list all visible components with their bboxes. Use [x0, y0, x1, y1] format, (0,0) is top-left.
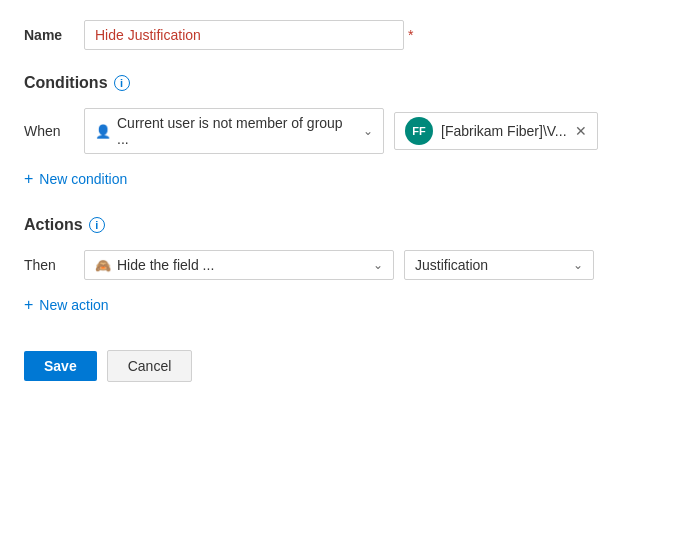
actions-title: Actions	[24, 216, 83, 234]
action-dropdown-text: 🙈 Hide the field ...	[95, 257, 214, 273]
avatar: FF	[405, 117, 433, 145]
action-text: Hide the field ...	[117, 257, 214, 273]
field-chevron-icon: ⌄	[573, 258, 583, 272]
actions-section: Actions i Then 🙈 Hide the field ... ⌄ Ju…	[24, 216, 676, 318]
name-row: Name *	[24, 20, 676, 50]
avatar-initials: FF	[412, 125, 425, 137]
field-dropdown[interactable]: Justification ⌄	[404, 250, 594, 280]
cancel-button[interactable]: Cancel	[107, 350, 193, 382]
condition-dropdown-text: 👤 Current user is not member of group ..…	[95, 115, 357, 147]
action-row: Then 🙈 Hide the field ... ⌄ Justificatio…	[24, 250, 676, 280]
name-label: Name	[24, 27, 84, 43]
group-tag: FF [Fabrikam Fiber]\V... ✕	[394, 112, 598, 150]
save-button[interactable]: Save	[24, 351, 97, 381]
action-dropdown[interactable]: 🙈 Hide the field ... ⌄	[84, 250, 394, 280]
conditions-title: Conditions	[24, 74, 108, 92]
condition-text: Current user is not member of group ...	[117, 115, 357, 147]
field-text: Justification	[415, 257, 488, 273]
then-label: Then	[24, 257, 74, 273]
conditions-header: Conditions i	[24, 74, 676, 92]
group-name: [Fabrikam Fiber]\V...	[441, 123, 567, 139]
name-input-wrapper: *	[84, 20, 413, 50]
condition-chevron-icon: ⌄	[363, 124, 373, 138]
hide-icon: 🙈	[95, 258, 111, 273]
plus-icon: +	[24, 170, 33, 188]
action-chevron-icon: ⌄	[373, 258, 383, 272]
required-star: *	[408, 27, 413, 43]
conditions-info-icon[interactable]: i	[114, 75, 130, 91]
new-action-label: New action	[39, 297, 108, 313]
field-dropdown-text: Justification	[415, 257, 488, 273]
actions-header: Actions i	[24, 216, 676, 234]
user-icon: 👤	[95, 124, 111, 139]
condition-row: When 👤 Current user is not member of gro…	[24, 108, 676, 154]
plus-icon-action: +	[24, 296, 33, 314]
new-condition-label: New condition	[39, 171, 127, 187]
when-label: When	[24, 123, 74, 139]
new-condition-button[interactable]: + New condition	[24, 166, 127, 192]
conditions-section: Conditions i When 👤 Current user is not …	[24, 74, 676, 192]
actions-info-icon[interactable]: i	[89, 217, 105, 233]
condition-dropdown[interactable]: 👤 Current user is not member of group ..…	[84, 108, 384, 154]
new-action-button[interactable]: + New action	[24, 292, 109, 318]
name-input[interactable]	[84, 20, 404, 50]
group-tag-remove-button[interactable]: ✕	[575, 123, 587, 139]
save-cancel-row: Save Cancel	[24, 350, 676, 382]
